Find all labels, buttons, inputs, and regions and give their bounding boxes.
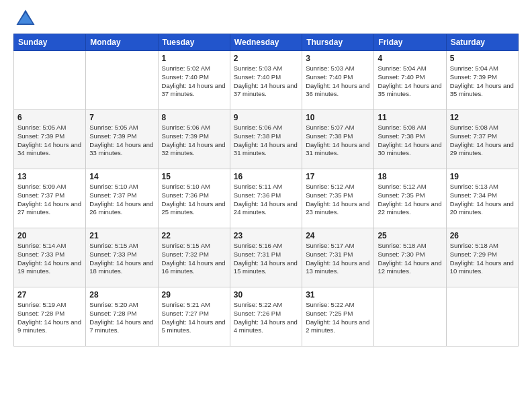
logo — [13, 7, 40, 31]
day-number: 26 — [450, 231, 515, 240]
calendar-cell: 10Sunrise: 5:07 AMSunset: 7:38 PMDayligh… — [302, 110, 374, 169]
day-number: 12 — [450, 113, 515, 122]
week-row-1: 1Sunrise: 5:02 AMSunset: 7:40 PMDaylight… — [14, 51, 519, 110]
calendar-cell — [86, 51, 158, 110]
calendar-cell: 15Sunrise: 5:10 AMSunset: 7:36 PMDayligh… — [158, 169, 230, 228]
day-info: Sunrise: 5:04 AMSunset: 7:40 PMDaylight:… — [378, 64, 442, 99]
day-number: 7 — [89, 113, 154, 122]
header-wednesday: Wednesday — [230, 34, 302, 51]
week-row-2: 6Sunrise: 5:05 AMSunset: 7:39 PMDaylight… — [14, 110, 519, 169]
day-info: Sunrise: 5:06 AMSunset: 7:39 PMDaylight:… — [162, 124, 226, 158]
day-info: Sunrise: 5:09 AMSunset: 7:37 PMDaylight:… — [17, 183, 82, 217]
day-number: 14 — [89, 172, 154, 181]
calendar-cell: 23Sunrise: 5:16 AMSunset: 7:31 PMDayligh… — [230, 228, 302, 287]
calendar-cell: 12Sunrise: 5:08 AMSunset: 7:37 PMDayligh… — [446, 110, 518, 169]
day-info: Sunrise: 5:07 AMSunset: 7:38 PMDaylight:… — [306, 124, 370, 158]
day-info: Sunrise: 5:22 AMSunset: 7:25 PMDaylight:… — [306, 301, 370, 335]
calendar-cell — [14, 51, 86, 110]
day-number: 16 — [234, 172, 298, 181]
day-info: Sunrise: 5:10 AMSunset: 7:37 PMDaylight:… — [89, 183, 154, 217]
calendar-cell: 21Sunrise: 5:15 AMSunset: 7:33 PMDayligh… — [86, 228, 158, 287]
calendar-cell — [446, 287, 518, 347]
day-number: 10 — [306, 113, 370, 122]
day-info: Sunrise: 5:19 AMSunset: 7:28 PMDaylight:… — [17, 301, 82, 335]
calendar-table: SundayMondayTuesdayWednesdayThursdayFrid… — [13, 34, 519, 347]
header-monday: Monday — [86, 34, 158, 51]
day-number: 1 — [162, 54, 226, 63]
calendar-cell: 3Sunrise: 5:03 AMSunset: 7:40 PMDaylight… — [302, 51, 374, 110]
calendar-header-row: SundayMondayTuesdayWednesdayThursdayFrid… — [14, 34, 519, 51]
day-info: Sunrise: 5:10 AMSunset: 7:36 PMDaylight:… — [162, 183, 226, 217]
calendar-cell: 20Sunrise: 5:14 AMSunset: 7:33 PMDayligh… — [14, 228, 86, 287]
header-saturday: Saturday — [446, 34, 518, 51]
calendar-cell: 14Sunrise: 5:10 AMSunset: 7:37 PMDayligh… — [86, 169, 158, 228]
day-info: Sunrise: 5:12 AMSunset: 7:35 PMDaylight:… — [378, 183, 442, 217]
calendar-cell: 11Sunrise: 5:08 AMSunset: 7:38 PMDayligh… — [374, 110, 446, 169]
calendar-cell: 7Sunrise: 5:05 AMSunset: 7:39 PMDaylight… — [86, 110, 158, 169]
day-number: 5 — [450, 54, 515, 63]
calendar-cell: 6Sunrise: 5:05 AMSunset: 7:39 PMDaylight… — [14, 110, 86, 169]
header-friday: Friday — [374, 34, 446, 51]
day-info: Sunrise: 5:15 AMSunset: 7:33 PMDaylight:… — [89, 242, 154, 276]
day-info: Sunrise: 5:06 AMSunset: 7:38 PMDaylight:… — [234, 124, 298, 158]
day-number: 3 — [306, 54, 370, 63]
day-number: 13 — [17, 172, 82, 181]
day-info: Sunrise: 5:16 AMSunset: 7:31 PMDaylight:… — [234, 242, 298, 276]
calendar-cell: 25Sunrise: 5:18 AMSunset: 7:30 PMDayligh… — [374, 228, 446, 287]
calendar-cell: 9Sunrise: 5:06 AMSunset: 7:38 PMDaylight… — [230, 110, 302, 169]
day-info: Sunrise: 5:08 AMSunset: 7:38 PMDaylight:… — [378, 124, 442, 158]
day-info: Sunrise: 5:02 AMSunset: 7:40 PMDaylight:… — [162, 64, 226, 99]
day-info: Sunrise: 5:21 AMSunset: 7:27 PMDaylight:… — [162, 301, 226, 335]
day-info: Sunrise: 5:18 AMSunset: 7:29 PMDaylight:… — [450, 242, 515, 276]
calendar-cell: 1Sunrise: 5:02 AMSunset: 7:40 PMDaylight… — [158, 51, 230, 110]
page-header — [13, 7, 519, 31]
calendar-cell: 19Sunrise: 5:13 AMSunset: 7:34 PMDayligh… — [446, 169, 518, 228]
logo-icon — [13, 7, 38, 31]
calendar-cell: 22Sunrise: 5:15 AMSunset: 7:32 PMDayligh… — [158, 228, 230, 287]
day-number: 15 — [162, 172, 226, 181]
calendar-cell: 2Sunrise: 5:03 AMSunset: 7:40 PMDaylight… — [230, 51, 302, 110]
calendar-cell — [374, 287, 446, 347]
day-info: Sunrise: 5:17 AMSunset: 7:31 PMDaylight:… — [306, 242, 370, 276]
calendar-cell: 27Sunrise: 5:19 AMSunset: 7:28 PMDayligh… — [14, 287, 86, 347]
day-info: Sunrise: 5:08 AMSunset: 7:37 PMDaylight:… — [450, 124, 515, 158]
header-tuesday: Tuesday — [158, 34, 230, 51]
calendar-cell: 13Sunrise: 5:09 AMSunset: 7:37 PMDayligh… — [14, 169, 86, 228]
day-number: 28 — [89, 290, 154, 300]
day-number: 23 — [234, 231, 298, 240]
header-thursday: Thursday — [302, 34, 374, 51]
calendar-cell: 28Sunrise: 5:20 AMSunset: 7:28 PMDayligh… — [86, 287, 158, 347]
day-number: 22 — [162, 231, 226, 240]
week-row-3: 13Sunrise: 5:09 AMSunset: 7:37 PMDayligh… — [14, 169, 519, 228]
day-number: 27 — [17, 290, 82, 300]
calendar-cell: 18Sunrise: 5:12 AMSunset: 7:35 PMDayligh… — [374, 169, 446, 228]
calendar-cell: 4Sunrise: 5:04 AMSunset: 7:40 PMDaylight… — [374, 51, 446, 110]
day-number: 8 — [162, 113, 226, 122]
day-info: Sunrise: 5:20 AMSunset: 7:28 PMDaylight:… — [89, 301, 154, 335]
calendar-cell: 17Sunrise: 5:12 AMSunset: 7:35 PMDayligh… — [302, 169, 374, 228]
day-number: 2 — [234, 54, 298, 63]
day-number: 11 — [378, 113, 442, 122]
calendar-cell: 29Sunrise: 5:21 AMSunset: 7:27 PMDayligh… — [158, 287, 230, 347]
day-number: 4 — [378, 54, 442, 63]
day-number: 9 — [234, 113, 298, 122]
day-number: 25 — [378, 231, 442, 240]
calendar-cell: 30Sunrise: 5:22 AMSunset: 7:26 PMDayligh… — [230, 287, 302, 347]
calendar-cell: 31Sunrise: 5:22 AMSunset: 7:25 PMDayligh… — [302, 287, 374, 347]
calendar-cell: 5Sunrise: 5:04 AMSunset: 7:39 PMDaylight… — [446, 51, 518, 110]
day-info: Sunrise: 5:05 AMSunset: 7:39 PMDaylight:… — [89, 124, 154, 158]
day-info: Sunrise: 5:11 AMSunset: 7:36 PMDaylight:… — [234, 183, 298, 217]
day-number: 30 — [234, 290, 298, 300]
header-sunday: Sunday — [14, 34, 86, 51]
day-info: Sunrise: 5:14 AMSunset: 7:33 PMDaylight:… — [17, 242, 82, 276]
day-number: 24 — [306, 231, 370, 240]
day-number: 20 — [17, 231, 82, 240]
day-number: 19 — [450, 172, 515, 181]
day-info: Sunrise: 5:15 AMSunset: 7:32 PMDaylight:… — [162, 242, 226, 276]
day-number: 31 — [306, 290, 370, 300]
day-number: 29 — [162, 290, 226, 300]
day-info: Sunrise: 5:13 AMSunset: 7:34 PMDaylight:… — [450, 183, 515, 217]
week-row-5: 27Sunrise: 5:19 AMSunset: 7:28 PMDayligh… — [14, 287, 519, 347]
day-info: Sunrise: 5:03 AMSunset: 7:40 PMDaylight:… — [234, 64, 298, 99]
day-info: Sunrise: 5:12 AMSunset: 7:35 PMDaylight:… — [306, 183, 370, 217]
